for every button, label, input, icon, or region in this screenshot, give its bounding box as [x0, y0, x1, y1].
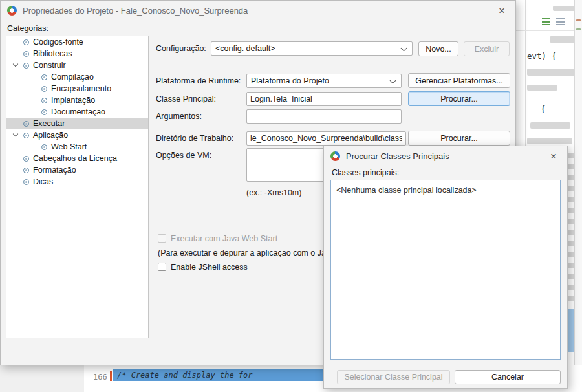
code-line-placeholder — [527, 69, 575, 76]
close-icon[interactable]: × — [546, 149, 561, 163]
category-icon — [41, 109, 47, 115]
scrollbar-mark — [576, 19, 581, 21]
main-class-input[interactable] — [246, 92, 402, 106]
error-mark — [110, 371, 112, 381]
category-icon — [41, 74, 47, 80]
tree-item-aplicacao[interactable]: Aplicação — [6, 129, 148, 141]
new-config-button[interactable]: Novo... — [418, 41, 458, 56]
runtime-platform-select[interactable]: Plataforma do Projeto — [246, 74, 402, 88]
vm-options-hint: (ex.: -Xms10m) — [246, 188, 301, 197]
category-icon — [41, 144, 47, 150]
manage-platforms-button[interactable]: Gerenciar Plataformas... — [408, 73, 510, 88]
code-lines-column — [568, 153, 574, 307]
tree-item-implantacao[interactable]: Implantação — [6, 94, 148, 106]
runtime-platform-value: Plataforma do Projeto — [251, 76, 329, 85]
editor-gutter-divider — [525, 0, 526, 150]
netbeans-logo-icon — [7, 6, 17, 16]
background-code-text: evt) { — [527, 51, 556, 61]
line-number: 166 — [93, 373, 107, 382]
tree-item-label: Encapsulamento — [51, 84, 111, 93]
empty-list-message: <Nenhuma classe principal localizada> — [336, 186, 477, 195]
working-directory-input[interactable] — [246, 131, 406, 146]
code-line-placeholder — [527, 85, 557, 91]
category-icon — [23, 63, 29, 69]
dialog-title: Propriedades do Projeto - Fale_Conosco_N… — [23, 6, 248, 16]
browse-working-directory-button[interactable]: Procurar... — [408, 131, 510, 146]
category-icon — [41, 86, 47, 92]
tree-item-codigos-fonte[interactable]: Códigos-fonte — [6, 36, 148, 48]
gray-lines-icon[interactable] — [556, 18, 565, 25]
tree-item-label: Aplicação — [33, 131, 68, 140]
tree-item-bibliotecas[interactable]: Bibliotecas — [6, 48, 148, 60]
category-icon — [23, 179, 29, 185]
browse-main-classes-dialog: Procurar Classes Principais × Classes pr… — [323, 146, 568, 389]
tree-item-label: Dicas — [33, 177, 53, 186]
scrollbar-mark — [576, 28, 581, 30]
gutter-divider — [109, 365, 109, 392]
webstart-checkbox-label: Executar com Java Web Start — [171, 234, 277, 243]
tree-item-label: Códigos-fonte — [33, 38, 83, 47]
category-icon — [23, 39, 29, 45]
category-icon — [41, 98, 47, 103]
chevron-down-icon — [401, 45, 407, 52]
titlebar[interactable]: Propriedades do Projeto - Fale_Conosco_N… — [1, 1, 515, 20]
selected-code-text: /* Create and display the for — [113, 371, 253, 380]
configuration-select[interactable]: <config. default> — [211, 41, 413, 56]
jshell-checkbox-label: Enable JShell access — [171, 263, 248, 272]
configuration-label: Configuração: — [156, 44, 206, 53]
tree-item-executar[interactable]: Executar — [6, 118, 148, 129]
screen: evt) { { 166 /* Create and display the f… — [0, 0, 582, 392]
tree-item-formatacao[interactable]: Formatação — [6, 164, 148, 176]
tree-item-label: Construir — [33, 61, 66, 70]
runtime-platform-label: Plataforma de Runtime: — [156, 76, 241, 85]
configuration-value: <config. default> — [215, 44, 275, 53]
tree-item-label: Bibliotecas — [33, 49, 72, 58]
webstart-checkbox — [158, 234, 166, 243]
close-icon[interactable]: × — [495, 4, 509, 17]
background-code-text: { — [541, 104, 546, 114]
main-classes-label: Classes principais: — [332, 168, 399, 177]
tree-item-label: Cabeçalhos da Licença — [33, 154, 117, 163]
tree-item-label: Executar — [33, 119, 65, 128]
titlebar[interactable]: Procurar Classes Principais × — [324, 146, 567, 166]
toolbar-divider — [516, 30, 574, 31]
category-icon — [23, 51, 29, 57]
browse-main-class-button[interactable]: Procurar... — [408, 91, 510, 106]
select-main-class-button: Selecionar Classe Principal — [337, 370, 450, 384]
tree-item-dicas[interactable]: Dicas — [6, 176, 148, 188]
tree-item-label: Implantação — [51, 96, 95, 105]
categories-tree: Códigos-fonte Bibliotecas Construir Comp… — [6, 36, 149, 338]
category-icon — [23, 133, 29, 138]
arguments-input[interactable] — [246, 109, 402, 124]
vm-options-label: Opções de VM: — [156, 151, 211, 160]
main-class-label: Classe Principal: — [156, 94, 216, 103]
category-icon — [23, 156, 29, 162]
code-line-placeholder — [530, 122, 570, 129]
tree-item-encapsulamento[interactable]: Encapsulamento — [6, 83, 148, 94]
category-icon — [23, 168, 29, 173]
green-lines-icon[interactable] — [542, 18, 550, 25]
arguments-label: Argumentos: — [156, 112, 202, 121]
category-icon — [23, 121, 29, 127]
categories-label: Categorias: — [7, 24, 48, 33]
chevron-down-icon — [390, 78, 396, 84]
working-directory-label: Diretório de Trabalho: — [156, 134, 233, 143]
dialog-title: Procurar Classes Principais — [346, 151, 449, 161]
cancel-button[interactable]: Cancelar — [455, 370, 561, 384]
netbeans-logo-icon — [330, 151, 340, 161]
tree-item-compilacao[interactable]: Compilação — [6, 71, 148, 83]
delete-config-button: Excluir — [464, 41, 510, 56]
tree-item-construir[interactable]: Construir — [6, 60, 148, 71]
tree-item-web-start[interactable]: Web Start — [6, 141, 148, 153]
chevron-expanded-icon[interactable] — [13, 61, 18, 67]
editor-scrollbar[interactable] — [574, 0, 582, 392]
tree-item-cabecalhos-da-licenca[interactable]: Cabeçalhos da Licença — [6, 153, 148, 164]
jshell-checkbox[interactable] — [158, 263, 166, 271]
code-line-placeholder — [550, 36, 576, 43]
tree-item-documentacao[interactable]: Documentação — [6, 106, 148, 118]
tree-item-label: Compilação — [51, 72, 94, 82]
main-classes-list[interactable]: <Nenhuma classe principal localizada> — [330, 180, 561, 360]
tree-item-label: Formatação — [33, 166, 76, 175]
chevron-expanded-icon[interactable] — [13, 131, 18, 136]
tree-item-label: Web Start — [51, 142, 87, 151]
